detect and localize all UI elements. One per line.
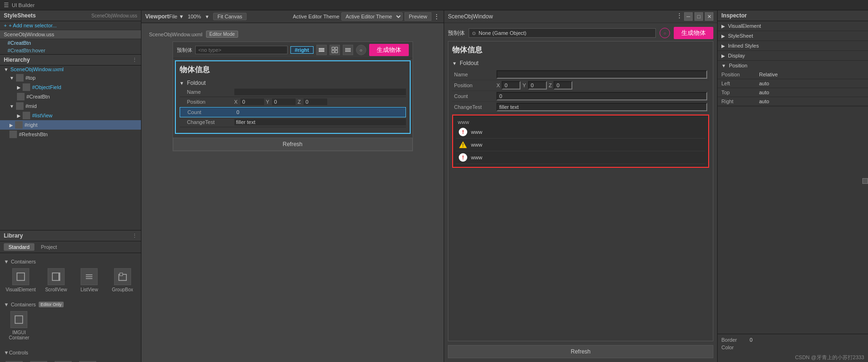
scene-changetest-input[interactable]: [496, 103, 707, 111]
add-selector-btn[interactable]: + + Add new selector...: [0, 21, 141, 30]
tree-item-refreshbtn[interactable]: #RefreshBtn: [0, 130, 141, 139]
refresh-btn[interactable]: Refresh: [173, 138, 413, 151]
tree-item-objectfield[interactable]: ▶ #ObjectField: [0, 82, 141, 92]
hierarchy-more-icon[interactable]: ⋮: [132, 57, 137, 63]
containers-label: Containers: [11, 259, 36, 264]
lib-scroll-view[interactable]: ScrollView: [41, 266, 71, 294]
ctrl-check[interactable]: ✓ Toggle: [53, 359, 74, 362]
ctrl-text[interactable]: T Label: [4, 359, 25, 362]
ctrl-cursor[interactable]: ↖ Button: [28, 359, 49, 362]
svg-rect-11: [319, 51, 324, 52]
name-input[interactable]: [234, 89, 406, 95]
tree-item-listview[interactable]: ▶ #listView: [0, 111, 141, 120]
scene-obj-info: 物体信息 ▼ Foldout Name Position X Y: [448, 41, 713, 341]
list-icon-btn[interactable]: [343, 45, 353, 55]
containers-section-title: ▼ Containers: [4, 257, 137, 266]
scene-y-input[interactable]: [528, 81, 547, 90]
file-menu[interactable]: File ▼: [169, 14, 184, 19]
scene-changetest-label: ChangeTest: [454, 104, 496, 110]
svg-rect-10: [319, 49, 324, 50]
field-name: Name: [180, 87, 406, 97]
scene-generate-btn[interactable]: 生成物体: [674, 27, 713, 39]
fit-canvas-btn[interactable]: Fit Canvas: [213, 13, 247, 20]
ctrl-slider[interactable]: ▭ Slider: [77, 359, 98, 362]
inspector-position-header[interactable]: ▼ Position: [718, 61, 868, 70]
scene-z-label: Z: [549, 82, 552, 88]
position-label: Position: [187, 99, 234, 105]
scene-name-label: Name: [454, 72, 496, 77]
tab-standard[interactable]: Standard: [4, 243, 34, 251]
scene-window-content: 预制体 ⊙ None (Game Object) ○ 生成物体 物体信息 ▼ F…: [444, 23, 717, 362]
inspector-stylesheet-header[interactable]: ▶ StyleSheet: [718, 31, 868, 41]
theme-dropdown[interactable]: Active Editor Theme: [341, 12, 403, 21]
border-label: Border: [721, 337, 750, 343]
scene-window-maximize[interactable]: □: [694, 12, 703, 21]
tab-project[interactable]: Project: [36, 243, 62, 251]
tree-item-mid[interactable]: ▼ #mid: [0, 101, 141, 111]
flex-icon-btn[interactable]: [316, 45, 327, 55]
lib-list-view[interactable]: ListView: [74, 266, 104, 294]
css-item-creatbtn[interactable]: #CreatBtn: [0, 39, 141, 47]
lib-imgui-container[interactable]: IMGUIContainer: [4, 309, 34, 342]
grid-icon-btn[interactable]: [330, 45, 340, 55]
editor-mode-badge: Editor Mode: [206, 31, 238, 38]
scene-circle-btn[interactable]: ○: [660, 28, 670, 38]
scene-window-more[interactable]: ⋮: [677, 12, 682, 21]
x-input[interactable]: [240, 99, 264, 105]
position-xyz: X Y Z: [234, 99, 406, 105]
y-input[interactable]: [272, 99, 296, 105]
tree-top-icon: [16, 74, 24, 82]
viewport-more-icon[interactable]: ⋮: [433, 13, 440, 20]
css-hover-label: #CreatBtn:hover: [8, 48, 45, 53]
prefab-label: 预制体: [177, 47, 192, 54]
scene-x-input[interactable]: [502, 81, 521, 90]
svg-rect-14: [332, 50, 334, 53]
scroll-toggle-icon[interactable]: [862, 178, 868, 184]
tree-item-top[interactable]: ▼ #top: [0, 73, 141, 82]
tree-top-arrow: ▼: [9, 75, 14, 81]
scene-name-input[interactable]: [496, 70, 707, 79]
scene-window-close[interactable]: ✕: [705, 12, 713, 21]
lib-group-box[interactable]: GroupBox: [108, 266, 137, 294]
changetest-label: ChangeTest: [187, 119, 234, 125]
lib-visual-element[interactable]: VisualElement: [4, 266, 38, 294]
foldout-arrow: ▼: [180, 81, 184, 86]
css-item-creatbtn-hover[interactable]: #CreatBtn:hover: [0, 47, 141, 54]
svg-rect-9: [319, 48, 324, 49]
generate-btn[interactable]: 生成物体: [369, 44, 409, 56]
inspector-inlined-header[interactable]: ▶ Inlined Styles: [718, 41, 868, 50]
scene-window-controls: ⋮ ─ □ ✕: [677, 12, 713, 21]
stylesheet-filename: SceneObjWindow.uss: [4, 32, 54, 37]
scene-window-header: SceneObjWindow ⋮ ─ □ ✕: [444, 10, 717, 23]
library-more-icon[interactable]: ⋮: [132, 233, 137, 239]
tree-root[interactable]: ▼ SceneObjWindow.uxml: [0, 66, 141, 73]
preview-btn[interactable]: Preview: [405, 12, 431, 21]
hierarchy-section: Hierarchy ⋮ ▼ SceneObjWindow.uxml ▼ #top…: [0, 54, 141, 230]
scene-z-input[interactable]: [554, 81, 572, 90]
inspector-visual-header[interactable]: ▶ VisualElement: [718, 21, 868, 31]
circle-settings-btn[interactable]: ○: [356, 45, 366, 55]
changetest-input[interactable]: [234, 119, 406, 125]
scene-window-minimize[interactable]: ─: [684, 12, 693, 21]
z-input[interactable]: [304, 99, 327, 105]
zoom-arrow[interactable]: ▼: [205, 14, 209, 19]
tree-item-creatbtn[interactable]: #CreatBtn: [0, 92, 141, 101]
scroll-toggle[interactable]: [862, 178, 868, 184]
right-value: auto: [759, 99, 864, 104]
viewport-title: Viewport: [145, 13, 169, 20]
scene-foldout-header[interactable]: ▼ Foldout: [452, 59, 709, 67]
list-view-label: ListView: [81, 287, 98, 292]
stylesheet-file[interactable]: SceneObjWindow.uss: [0, 30, 141, 39]
tree-item-right[interactable]: ▶ #right: [0, 120, 141, 130]
count-input[interactable]: [235, 109, 405, 115]
foldout-header[interactable]: ▼ Foldout: [180, 79, 406, 87]
scene-refresh-btn[interactable]: Refresh: [448, 345, 713, 358]
containers-grid: VisualElement ScrollView ListView: [4, 266, 137, 294]
svg-text:!: !: [462, 129, 464, 135]
stylesheets-subtitle: SceneObjWindow.uss: [91, 13, 137, 18]
no-type-input[interactable]: [195, 46, 288, 54]
name-label: Name: [187, 89, 234, 95]
scene-count-input[interactable]: [496, 92, 707, 100]
containers-arrow: ▼: [4, 259, 9, 264]
inspector-display-header[interactable]: ▶ Display: [718, 51, 868, 60]
